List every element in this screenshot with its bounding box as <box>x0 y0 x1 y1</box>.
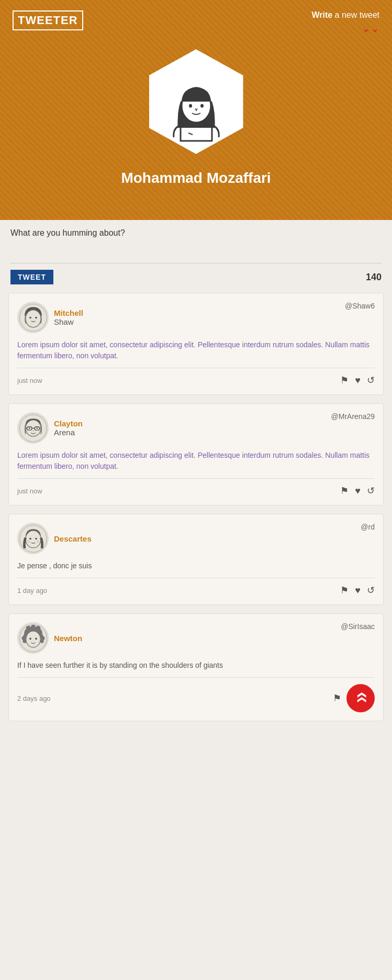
flag-icon[interactable]: ⚑ <box>333 692 341 704</box>
svg-point-2 <box>189 104 192 108</box>
avatar <box>17 412 49 444</box>
char-count: 140 <box>366 272 382 283</box>
svg-point-3 <box>200 104 204 108</box>
tweet-footer-right: ⚑ ❯❯ <box>333 684 375 712</box>
svg-point-21 <box>35 537 37 539</box>
write-tweet-area: Write a new tweet ⌄⌄ <box>311 10 379 34</box>
user-name: Descartes <box>54 534 92 543</box>
tweet-body: Lorem ipsum dolor sit amet, consectetur … <box>17 339 375 368</box>
tweet-actions: ⚑ ♥ ↺ <box>340 585 375 596</box>
profile-name: Mohammad Mozaffari <box>121 170 271 186</box>
svg-point-23 <box>36 540 39 543</box>
profile-avatar-svg <box>162 60 230 144</box>
svg-point-33 <box>36 625 40 630</box>
compose-label: What are you humming about? <box>10 228 382 238</box>
compose-textarea[interactable] <box>10 242 382 263</box>
tweet-user: Clayton Arena <box>17 412 83 444</box>
tweet-time: just now <box>17 487 42 495</box>
svg-point-20 <box>29 537 31 539</box>
tweet-header: Newton @SirIsaac <box>17 622 375 654</box>
svg-point-5 <box>25 310 40 327</box>
first-name: Descartes <box>54 534 92 543</box>
flag-icon[interactable]: ⚑ <box>340 375 349 386</box>
tweet-time: just now <box>17 377 42 384</box>
write-suffix: a new tweet <box>332 10 379 19</box>
tweet-body: Je pense , donc je suis <box>17 560 375 578</box>
svg-point-32 <box>30 624 35 629</box>
svg-point-6 <box>29 316 31 318</box>
svg-point-22 <box>27 540 30 543</box>
svg-point-7 <box>35 316 37 318</box>
tweets-container: Mitchell Shaw @Shaw6 Lorem ipsum dolor s… <box>0 293 392 738</box>
first-name: Newton <box>54 634 82 643</box>
tweet-card: Mitchell Shaw @Shaw6 Lorem ipsum dolor s… <box>8 293 384 395</box>
scroll-top-icon: ❯❯ <box>356 693 366 703</box>
svg-point-15 <box>28 427 30 429</box>
tweet-header: Clayton Arena @MrArena29 <box>17 412 375 444</box>
avatar <box>17 302 49 333</box>
retweet-icon[interactable]: ↺ <box>367 585 375 596</box>
user-handle: @Shaw6 <box>345 302 375 310</box>
tweet-user: Mitchell Shaw <box>17 302 83 333</box>
avatar <box>17 622 49 654</box>
svg-point-31 <box>26 625 30 630</box>
svg-point-34 <box>26 631 40 647</box>
scroll-to-top-button[interactable]: ❯❯ <box>346 684 375 712</box>
tweet-button[interactable]: TWEET <box>10 270 53 284</box>
tweet-card: Newton @SirIsaac If I have seen further … <box>8 613 384 721</box>
retweet-icon[interactable]: ↺ <box>367 485 375 497</box>
svg-point-16 <box>36 427 38 429</box>
user-name: Clayton Arena <box>54 419 83 437</box>
heart-icon[interactable]: ♥ <box>355 375 361 386</box>
compose-section: What are you humming about? TWEET 140 <box>0 220 392 293</box>
chevron-down-icon[interactable]: ⌄⌄ <box>362 23 379 34</box>
user-name: Newton <box>54 634 82 643</box>
user-handle: @SirIsaac <box>341 622 375 631</box>
profile-hexagon <box>149 49 243 154</box>
last-name: Arena <box>54 428 83 437</box>
tweet-actions: ⚑ ♥ ↺ <box>340 375 375 386</box>
profile-hex-container <box>149 49 243 154</box>
flag-icon[interactable]: ⚑ <box>340 585 349 596</box>
user-handle: @MrArena29 <box>331 412 375 421</box>
flag-icon[interactable]: ⚑ <box>340 485 349 497</box>
app-logo: TWEETER <box>13 10 83 30</box>
tweet-time: 2 days ago <box>17 695 51 702</box>
svg-point-19 <box>25 530 40 547</box>
tweet-header: Descartes @rd <box>17 523 375 554</box>
header-top: TWEETER Write a new tweet ⌄⌄ <box>13 10 379 34</box>
tweet-footer: 2 days ago ⚑ ❯❯ <box>17 684 375 712</box>
heart-icon[interactable]: ♥ <box>355 486 361 497</box>
user-name: Mitchell Shaw <box>54 309 83 326</box>
avatar <box>17 523 49 554</box>
heart-icon[interactable]: ♥ <box>355 585 361 596</box>
write-tweet-label[interactable]: Write a new tweet <box>311 10 379 20</box>
tweet-bar: TWEET 140 <box>10 266 382 289</box>
retweet-icon[interactable]: ↺ <box>367 375 375 386</box>
write-bold: Write <box>311 10 332 19</box>
tweet-actions: ⚑ ♥ ↺ <box>340 485 375 497</box>
last-name: Shaw <box>54 317 83 326</box>
user-handle: @rd <box>361 523 375 531</box>
tweet-body: If I have seen further it is by standing… <box>17 660 375 678</box>
svg-point-36 <box>35 637 37 640</box>
first-name: Clayton <box>54 419 83 428</box>
tweet-card: Descartes @rd Je pense , donc je suis 1 … <box>8 514 384 605</box>
svg-point-35 <box>29 637 31 640</box>
tweet-user: Newton <box>17 622 82 654</box>
tweet-time: 1 day ago <box>17 587 47 594</box>
tweet-footer: just now ⚑ ♥ ↺ <box>17 375 375 386</box>
tweet-user: Descartes <box>17 523 92 554</box>
tweet-body: Lorem ipsum dolor sit amet, consectetur … <box>17 450 375 479</box>
tweet-footer: 1 day ago ⚑ ♥ ↺ <box>17 585 375 596</box>
tweet-card: Clayton Arena @MrArena29 Lorem ipsum dol… <box>8 403 384 505</box>
tweet-footer: just now ⚑ ♥ ↺ <box>17 485 375 497</box>
tweet-header: Mitchell Shaw @Shaw6 <box>17 302 375 333</box>
first-name: Mitchell <box>54 309 83 317</box>
header: TWEETER Write a new tweet ⌄⌄ <box>0 0 392 220</box>
svg-point-17 <box>32 430 33 431</box>
